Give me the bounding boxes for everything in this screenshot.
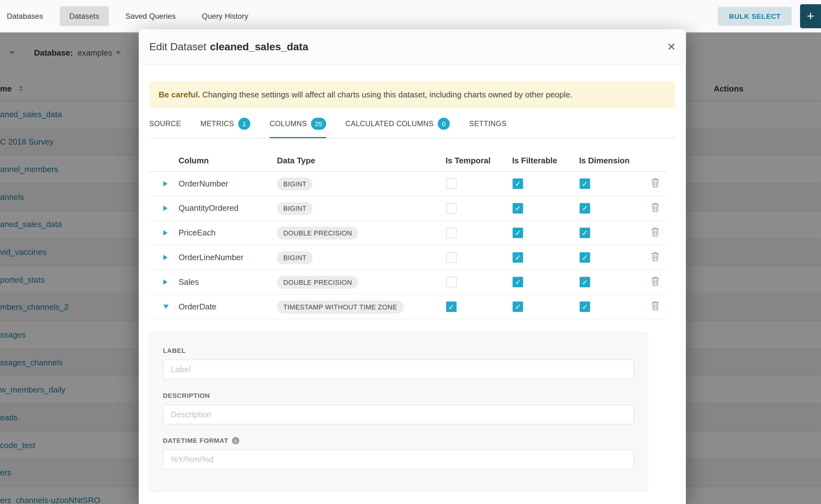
expand-caret-icon[interactable] bbox=[163, 181, 167, 186]
column-name: OrderDate bbox=[179, 302, 277, 311]
expand-caret-icon[interactable] bbox=[163, 255, 167, 260]
data-type-pill: BIGINT bbox=[277, 202, 313, 215]
bulk-select-button[interactable]: BULK SELECT bbox=[718, 7, 792, 26]
metrics-count-badge: 1 bbox=[238, 118, 250, 130]
table-row: QuantityOrdered BIGINT bbox=[149, 196, 667, 221]
is-dimension-checkbox[interactable] bbox=[580, 277, 590, 288]
nav-item-datasets[interactable]: Datasets bbox=[60, 6, 109, 26]
is-filterable-checkbox[interactable] bbox=[513, 228, 523, 238]
modal-title-prefix: Edit Dataset bbox=[149, 41, 206, 52]
warning-banner: Be careful.Changing these settings will … bbox=[149, 81, 675, 108]
add-dataset-button[interactable]: + bbox=[800, 4, 821, 28]
is-filterable-checkbox[interactable] bbox=[513, 277, 523, 288]
is-temporal-checkbox[interactable] bbox=[446, 203, 457, 214]
nav-right-actions: BULK SELECT + bbox=[718, 0, 821, 32]
warning-text: Changing these settings will affect all … bbox=[202, 90, 572, 99]
calculated-columns-count-badge: 0 bbox=[438, 118, 450, 130]
table-row: Sales DOUBLE PRECISION bbox=[149, 270, 667, 295]
column-name: QuantityOrdered bbox=[179, 204, 277, 213]
table-row: OrderLineNumber BIGINT bbox=[149, 245, 667, 270]
column-header: Column bbox=[179, 156, 277, 165]
label-field-label: LABEL bbox=[163, 347, 634, 354]
table-row: OrderNumber BIGINT bbox=[149, 172, 667, 196]
plus-icon: + bbox=[807, 9, 814, 23]
columns-table-header: Column Data Type Is Temporal Is Filterab… bbox=[149, 150, 667, 171]
expand-caret-icon[interactable] bbox=[163, 230, 167, 235]
tab-label: COLUMNS bbox=[269, 120, 307, 128]
delete-icon[interactable] bbox=[651, 276, 660, 286]
collapse-caret-icon[interactable] bbox=[163, 304, 169, 309]
is-filterable-checkbox[interactable] bbox=[513, 203, 523, 214]
delete-icon[interactable] bbox=[651, 203, 660, 212]
tab-columns[interactable]: COLUMNS 25 bbox=[269, 116, 326, 138]
is-dimension-checkbox[interactable] bbox=[580, 228, 590, 238]
screen: Database: examples me Actions aned_sales… bbox=[0, 0, 821, 504]
is-filterable-checkbox[interactable] bbox=[513, 252, 523, 263]
modal-title-dataset-name: cleaned_sales_data bbox=[210, 41, 308, 52]
is-temporal-checkbox[interactable] bbox=[446, 228, 457, 238]
close-icon[interactable]: × bbox=[668, 40, 675, 53]
nav-item-saved-queries[interactable]: Saved Queries bbox=[116, 6, 185, 26]
description-field-group: DESCRIPTION bbox=[163, 392, 634, 424]
data-type-pill: DOUBLE PRECISION bbox=[277, 226, 358, 240]
delete-icon[interactable] bbox=[651, 252, 660, 261]
column-detail-panel: LABEL DESCRIPTION DATETIME FORMAT i bbox=[149, 332, 648, 492]
is-temporal-checkbox[interactable] bbox=[446, 301, 457, 312]
description-field-label: DESCRIPTION bbox=[163, 392, 634, 399]
columns-count-badge: 25 bbox=[311, 118, 326, 130]
tab-metrics[interactable]: METRICS 1 bbox=[200, 116, 250, 138]
tab-label: METRICS bbox=[200, 120, 234, 128]
nav-item-databases[interactable]: Databases bbox=[7, 6, 52, 26]
tab-source[interactable]: SOURCE bbox=[149, 116, 181, 138]
is-temporal-checkbox[interactable] bbox=[446, 179, 457, 189]
data-type-pill: TIMESTAMP WITHOUT TIME ZONE bbox=[277, 300, 403, 313]
data-type-pill: DOUBLE PRECISION bbox=[277, 275, 358, 289]
is-temporal-checkbox[interactable] bbox=[446, 277, 457, 288]
app: Database: examples me Actions aned_sales… bbox=[0, 0, 821, 504]
is-filterable-checkbox[interactable] bbox=[513, 179, 523, 189]
column-name: PriceEach bbox=[179, 228, 277, 238]
delete-icon[interactable] bbox=[651, 301, 660, 310]
expand-caret-icon[interactable] bbox=[163, 206, 167, 211]
warning-bold: Be careful. bbox=[159, 90, 200, 99]
modal-title: Edit Datasetcleaned_sales_data bbox=[149, 41, 308, 53]
is-filterable-checkbox[interactable] bbox=[513, 301, 523, 312]
is-dimension-checkbox[interactable] bbox=[580, 301, 590, 312]
tab-calculated-columns[interactable]: CALCULATED COLUMNS 0 bbox=[345, 116, 450, 138]
column-name: Sales bbox=[179, 277, 277, 287]
edit-dataset-modal: Edit Datasetcleaned_sales_data × Be care… bbox=[139, 29, 686, 504]
data-type-pill: BIGINT bbox=[277, 251, 313, 264]
tab-settings[interactable]: SETTINGS bbox=[469, 116, 507, 138]
columns-table: Column Data Type Is Temporal Is Filterab… bbox=[149, 150, 667, 319]
datetime-format-field-label: DATETIME FORMAT i bbox=[163, 437, 634, 444]
modal-tabs: SOURCE METRICS 1 COLUMNS 25 CALCULATED C… bbox=[149, 116, 675, 138]
label-field-group: LABEL bbox=[163, 347, 634, 379]
is-dimension-checkbox[interactable] bbox=[580, 203, 590, 214]
tab-label: SETTINGS bbox=[469, 120, 507, 128]
column-name: OrderNumber bbox=[179, 179, 277, 188]
delete-icon[interactable] bbox=[651, 178, 660, 187]
is-temporal-checkbox[interactable] bbox=[446, 252, 457, 263]
datetime-format-input[interactable] bbox=[163, 450, 634, 470]
label-input[interactable] bbox=[163, 359, 634, 379]
expand-caret-icon[interactable] bbox=[163, 279, 167, 285]
table-row: PriceEach DOUBLE PRECISION bbox=[149, 221, 667, 245]
description-input[interactable] bbox=[163, 405, 634, 425]
is-dimension-header: Is Dimension bbox=[579, 156, 651, 165]
delete-icon[interactable] bbox=[651, 227, 660, 236]
is-filterable-header: Is Filterable bbox=[512, 156, 579, 165]
datetime-format-field-group: DATETIME FORMAT i bbox=[163, 437, 634, 469]
tab-label: SOURCE bbox=[149, 120, 181, 128]
column-name: OrderLineNumber bbox=[179, 253, 277, 262]
nav-item-query-history[interactable]: Query History bbox=[192, 6, 258, 26]
info-icon[interactable]: i bbox=[232, 437, 239, 444]
is-dimension-checkbox[interactable] bbox=[580, 179, 590, 189]
data-type-header: Data Type bbox=[277, 156, 446, 165]
data-type-pill: BIGINT bbox=[277, 177, 313, 190]
table-row: OrderDate TIMESTAMP WITHOUT TIME ZONE bbox=[149, 295, 667, 319]
modal-header: Edit Datasetcleaned_sales_data × bbox=[139, 29, 686, 64]
top-nav: Databases Datasets Saved Queries Query H… bbox=[0, 0, 821, 32]
is-dimension-checkbox[interactable] bbox=[580, 252, 590, 263]
is-temporal-header: Is Temporal bbox=[446, 156, 512, 165]
modal-body: Be careful.Changing these settings will … bbox=[139, 81, 686, 492]
